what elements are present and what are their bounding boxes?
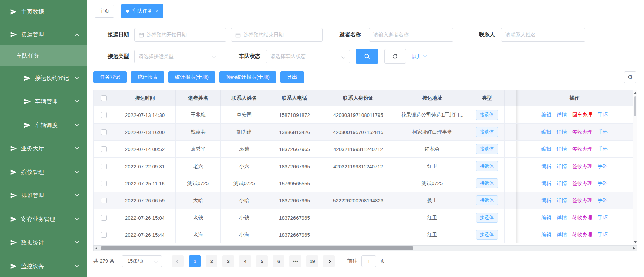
type-badge[interactable]: 接遗体: [476, 195, 498, 205]
sidebar-item-4[interactable]: 车辆管理: [0, 90, 87, 113]
action-detail-link[interactable]: 详情: [557, 180, 567, 187]
page-button-3[interactable]: 3: [222, 255, 234, 267]
prev-page-button[interactable]: [172, 255, 184, 267]
action-edit-link[interactable]: 编辑: [541, 215, 551, 221]
action-detail-link[interactable]: 详情: [557, 215, 567, 221]
page-button-1[interactable]: 1: [189, 255, 201, 267]
page-button-4[interactable]: 4: [239, 255, 251, 267]
page-button-2[interactable]: 2: [206, 255, 217, 267]
action-edit-link[interactable]: 编辑: [541, 232, 551, 238]
sidebar-item-6[interactable]: 业务大厅: [0, 137, 87, 160]
type-badge[interactable]: 接遗体: [476, 178, 498, 188]
scroll-left-arrow-icon[interactable]: [95, 247, 97, 250]
action-sign-link[interactable]: 签收办理: [572, 129, 592, 135]
vertical-scrollbar[interactable]: [633, 90, 637, 245]
page-button-19[interactable]: 19: [306, 255, 318, 267]
action-sign-link[interactable]: 签收办理: [572, 232, 592, 238]
sidebar-item-7[interactable]: 殡仪管理: [0, 160, 87, 184]
page-button-6[interactable]: 6: [273, 255, 284, 267]
type-badge[interactable]: 接遗体: [476, 161, 498, 171]
action-sign-link[interactable]: 签收办理: [572, 197, 592, 204]
sidebar-item-2[interactable]: 车队任务: [0, 45, 87, 66]
pickup-type-select[interactable]: 请选择接运类型: [134, 50, 220, 63]
action-edit-link[interactable]: 编辑: [541, 146, 551, 152]
page-more-button[interactable]: •••: [289, 255, 301, 267]
sidebar-item-3[interactable]: 接运预约登记: [0, 66, 87, 90]
date-end-input[interactable]: 选择预约结束日期: [231, 28, 323, 42]
action-edit-link[interactable]: 编辑: [541, 129, 551, 135]
tab-home[interactable]: 主页: [95, 5, 114, 18]
action-detail-link[interactable]: 详情: [557, 112, 567, 118]
action-return-link[interactable]: 回车办理: [572, 112, 592, 118]
tab-close-icon[interactable]: ×: [155, 9, 158, 14]
action-edit-link[interactable]: 编辑: [541, 180, 551, 187]
date-start-input[interactable]: 选择预约开始日期: [134, 28, 226, 42]
toolbar-button-4[interactable]: 导出: [280, 71, 304, 83]
action-edit-link[interactable]: 编辑: [541, 197, 551, 204]
action-sign-link[interactable]: 签收办理: [572, 180, 592, 187]
row-checkbox[interactable]: [101, 164, 107, 169]
sidebar-item-9[interactable]: 寄存业务管理: [0, 207, 87, 231]
toolbar-button-0[interactable]: 任务登记: [93, 71, 127, 83]
fleet-status-select[interactable]: 请选择车队状态: [266, 50, 350, 63]
row-checkbox[interactable]: [101, 181, 107, 186]
sidebar-item-8[interactable]: 排班管理: [0, 184, 87, 207]
type-badge[interactable]: 接遗体: [476, 213, 498, 223]
action-band-link[interactable]: 手环: [598, 197, 608, 204]
sidebar-item-5[interactable]: 车辆调度: [0, 113, 87, 137]
row-checkbox[interactable]: [101, 198, 107, 203]
row-checkbox[interactable]: [101, 146, 107, 152]
type-badge[interactable]: 接遗体: [476, 110, 498, 120]
action-edit-link[interactable]: 编辑: [541, 112, 551, 118]
action-band-link[interactable]: 手环: [598, 163, 608, 170]
action-band-link[interactable]: 手环: [598, 146, 608, 152]
type-badge[interactable]: 接遗体: [476, 230, 498, 240]
action-band-link[interactable]: 手环: [598, 232, 608, 238]
action-band-link[interactable]: 手环: [598, 215, 608, 221]
goto-page-input[interactable]: [361, 255, 376, 267]
type-badge[interactable]: 接遗体: [476, 144, 498, 154]
sidebar-item-0[interactable]: 主页数据: [0, 0, 87, 24]
search-button[interactable]: [356, 49, 378, 64]
next-page-button[interactable]: [323, 255, 335, 267]
cell-address: 红花会: [395, 141, 469, 157]
action-sign-link[interactable]: 签收办理: [572, 215, 592, 221]
sidebar-item-11[interactable]: 监控设备: [0, 254, 87, 277]
sidebar-item-10[interactable]: 数据统计: [0, 231, 87, 254]
type-badge[interactable]: 接遗体: [476, 127, 498, 137]
tab-fleet-tasks[interactable]: 车队任务 ×: [121, 4, 163, 18]
action-band-link[interactable]: 手环: [598, 129, 608, 135]
row-checkbox[interactable]: [101, 129, 107, 135]
action-detail-link[interactable]: 详情: [557, 146, 567, 152]
sidebar-item-1[interactable]: 接运管理: [0, 24, 87, 45]
page-button-5[interactable]: 5: [256, 255, 268, 267]
action-band-link[interactable]: 手环: [598, 180, 608, 187]
action-detail-link[interactable]: 详情: [557, 232, 567, 238]
horizontal-scroll-thumb[interactable]: [101, 246, 413, 250]
row-checkbox[interactable]: [101, 112, 107, 118]
toolbar-button-2[interactable]: 统计报表(十堰): [168, 71, 215, 83]
select-all-checkbox[interactable]: [101, 95, 107, 101]
toolbar-button-3[interactable]: 预约统计报表(十堰): [219, 71, 276, 83]
expand-toggle[interactable]: 展开: [412, 53, 426, 60]
page-size-select[interactable]: 15条/页: [122, 255, 162, 267]
horizontal-scrollbar[interactable]: [93, 245, 637, 251]
action-detail-link[interactable]: 详情: [557, 197, 567, 204]
action-detail-link[interactable]: 详情: [557, 129, 567, 135]
scroll-right-arrow-icon[interactable]: [633, 247, 635, 250]
action-sign-link[interactable]: 签收办理: [572, 146, 592, 152]
action-edit-link[interactable]: 编辑: [541, 163, 551, 170]
scroll-up-arrow-icon[interactable]: [634, 92, 637, 94]
deceased-name-input[interactable]: 请输入逝者名称: [369, 28, 453, 42]
contact-input[interactable]: 请联系人姓名: [501, 28, 585, 42]
table-settings-button[interactable]: ⚙: [624, 71, 636, 83]
vertical-scroll-thumb[interactable]: [634, 96, 636, 116]
toolbar-button-1[interactable]: 统计报表: [131, 71, 164, 83]
action-detail-link[interactable]: 详情: [557, 163, 567, 170]
scroll-down-arrow-icon[interactable]: [634, 241, 637, 243]
action-band-link[interactable]: 手环: [598, 112, 608, 118]
row-checkbox[interactable]: [101, 215, 107, 221]
action-sign-link[interactable]: 签收办理: [572, 163, 592, 170]
row-checkbox[interactable]: [101, 232, 107, 238]
refresh-button[interactable]: [384, 49, 406, 64]
